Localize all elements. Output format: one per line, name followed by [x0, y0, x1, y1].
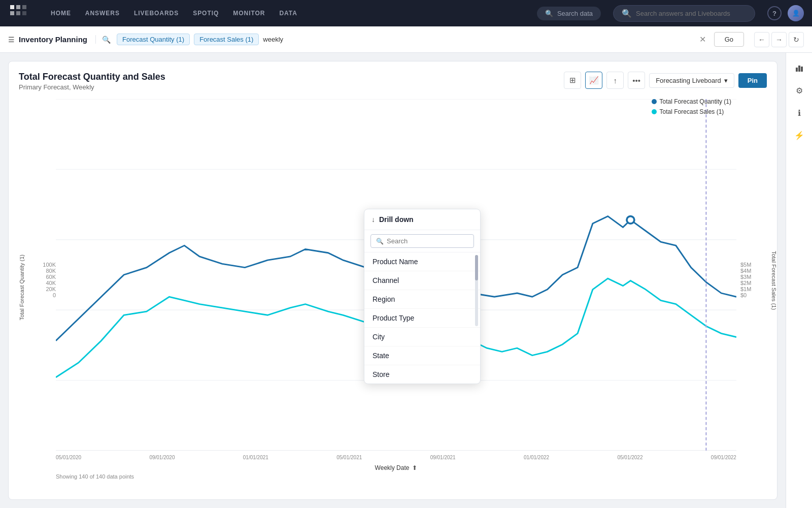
svg-rect-4: [22, 5, 26, 9]
legend-label-sales: Total Forecast Sales (1): [660, 108, 724, 115]
y-axis-left-labels: 100K 80K 60K 40K 20K 0: [28, 257, 56, 319]
x-axis-labels: 05/01/2020 09/01/2020 01/01/2021 05/01/2…: [56, 453, 736, 462]
y-axis-right-title: Total Forecast Sales (1): [768, 251, 777, 310]
drill-down-popup: ↓ Drill down 🔍 Product Name Channel Regi…: [364, 209, 481, 384]
answers-search-bar[interactable]: 🔍: [613, 5, 755, 22]
legend-label-quantity: Total Forecast Quantity (1): [660, 98, 731, 105]
svg-rect-15: [798, 66, 800, 72]
chart-view-button[interactable]: 📈: [585, 72, 602, 89]
y-axis-left-section: Total Forecast Quantity (1) 100K 80K 60K…: [19, 99, 56, 476]
nav-spotiq[interactable]: SPOTIQ: [187, 7, 225, 20]
help-button[interactable]: ?: [767, 6, 782, 20]
drill-scrollbar[interactable]: [475, 255, 478, 326]
x-label-6: 01/01/2022: [524, 455, 549, 460]
answers-search-input[interactable]: [636, 10, 747, 17]
drill-item-region[interactable]: Region: [364, 290, 480, 309]
pin-button[interactable]: Pin: [738, 73, 767, 88]
bar-chart-icon: [795, 64, 804, 73]
search-data-icon: 🔍: [545, 10, 553, 17]
drill-search-section[interactable]: 🔍: [364, 230, 480, 252]
x-label-8: 09/01/2022: [711, 455, 736, 460]
sidebar-lightning-button[interactable]: ⚡: [790, 126, 808, 144]
svg-rect-3: [16, 11, 20, 15]
search-data-label: Search data: [557, 10, 593, 17]
nav-home[interactable]: HOME: [45, 7, 77, 20]
more-options-button[interactable]: •••: [628, 72, 645, 89]
sidebar-chart-button[interactable]: [790, 59, 808, 77]
search-data-button[interactable]: 🔍 Search data: [537, 7, 601, 20]
y-right-4m: $4M: [740, 268, 767, 274]
drill-item-state[interactable]: State: [364, 346, 480, 365]
search-bar: ☰ Inventory Planning 🔍 Forecast Quantity…: [0, 26, 812, 53]
svg-rect-5: [22, 11, 26, 15]
y-label-100k: 100K: [28, 262, 56, 268]
svg-rect-14: [796, 68, 798, 72]
svg-rect-1: [16, 5, 20, 9]
nav-right: ? 👤: [767, 5, 804, 21]
drill-item-product-type[interactable]: Product Type: [364, 309, 480, 328]
liveboard-name: Inventory Planning: [19, 35, 87, 44]
info-icon: ℹ: [798, 108, 801, 118]
nav-liveboards[interactable]: LIVEBOARDS: [128, 7, 185, 20]
svg-rect-2: [10, 11, 14, 15]
forward-arrow[interactable]: →: [771, 32, 787, 47]
refresh-arrow[interactable]: ↻: [789, 32, 804, 47]
search-bar-icon: 🔍: [102, 36, 111, 44]
drill-down-icon: ↓: [371, 215, 375, 224]
back-arrow[interactable]: ←: [754, 32, 769, 47]
clear-search-button[interactable]: ✕: [697, 33, 708, 46]
sidebar-info-button[interactable]: ℹ: [790, 104, 808, 122]
nav-answers[interactable]: ANSWERS: [79, 7, 126, 20]
nav-monitor[interactable]: MONITOR: [227, 7, 271, 20]
y-right-1m: $1M: [740, 286, 767, 292]
y-axis-right-labels: $5M $4M $3M $2M $1M $0: [736, 257, 767, 319]
drill-item-store[interactable]: Store: [364, 365, 480, 384]
y-label-0: 0: [28, 292, 56, 298]
user-avatar[interactable]: 👤: [788, 5, 804, 21]
svg-rect-16: [801, 67, 803, 72]
token-forecast-sales[interactable]: Forecast Sales (1): [194, 34, 259, 45]
nav-links: HOME ANSWERS LIVEBOARDS SPOTIQ MONITOR D…: [45, 7, 525, 20]
liveboard-title-section: ☰ Inventory Planning: [8, 35, 96, 44]
top-navigation: HOME ANSWERS LIVEBOARDS SPOTIQ MONITOR D…: [0, 0, 812, 26]
x-label-7: 05/01/2022: [617, 455, 642, 460]
search-tokens: Forecast Quantity (1) Forecast Sales (1)…: [117, 34, 691, 45]
sidebar-settings-button[interactable]: ⚙: [790, 81, 808, 100]
sort-icon[interactable]: ⬆: [412, 464, 417, 471]
data-points-text: Showing 140 of 140 data points: [56, 473, 736, 480]
y-label-80k: 80K: [28, 268, 56, 274]
go-button[interactable]: Go: [714, 32, 744, 47]
drill-item-channel[interactable]: Channel: [364, 271, 480, 290]
svg-rect-0: [10, 5, 14, 9]
y-right-5m: $5M: [740, 262, 767, 268]
liveboard-icon: ☰: [8, 36, 15, 44]
drill-down-header: ↓ Drill down: [364, 209, 480, 230]
chart-container: Total Forecast Quantity and Sales Primar…: [8, 61, 777, 500]
x-label-1: 05/01/2020: [56, 455, 81, 460]
y-right-2m: $2M: [740, 280, 767, 286]
logo[interactable]: [8, 3, 28, 23]
chevron-down-icon: ▾: [724, 77, 728, 84]
x-label-4: 05/01/2021: [336, 455, 362, 460]
export-button[interactable]: ↑: [606, 72, 624, 89]
x-label-5: 09/01/2021: [430, 455, 456, 460]
legend-dot-quantity: [652, 99, 657, 104]
lightning-icon: ⚡: [794, 131, 804, 140]
legend-item-sales: Total Forecast Sales (1): [652, 108, 731, 115]
nav-data[interactable]: DATA: [273, 7, 303, 20]
token-forecast-quantity[interactable]: Forecast Quantity (1): [117, 34, 190, 45]
drill-search-input[interactable]: [387, 237, 468, 245]
y-right-0: $0: [740, 292, 767, 298]
weekly-date-label: Weekly Date: [375, 464, 410, 471]
drill-item-product-name[interactable]: Product Name: [364, 252, 480, 271]
svg-point-13: [627, 216, 634, 224]
liveboard-dropdown[interactable]: Forecasting Liveboard ▾: [649, 73, 734, 88]
drill-item-city[interactable]: City: [364, 328, 480, 346]
chart-toolbar: ⊞ 📈 ↑ ••• Forecasting Liveboard ▾ Pin: [564, 72, 767, 89]
drill-down-title: Drill down: [379, 215, 414, 224]
table-view-button[interactable]: ⊞: [564, 72, 581, 89]
drill-search-inner[interactable]: 🔍: [370, 234, 474, 248]
chart-legend: Total Forecast Quantity (1) Total Foreca…: [652, 98, 731, 115]
y-label-40k: 40K: [28, 280, 56, 286]
token-weekly[interactable]: weekly: [263, 36, 283, 43]
